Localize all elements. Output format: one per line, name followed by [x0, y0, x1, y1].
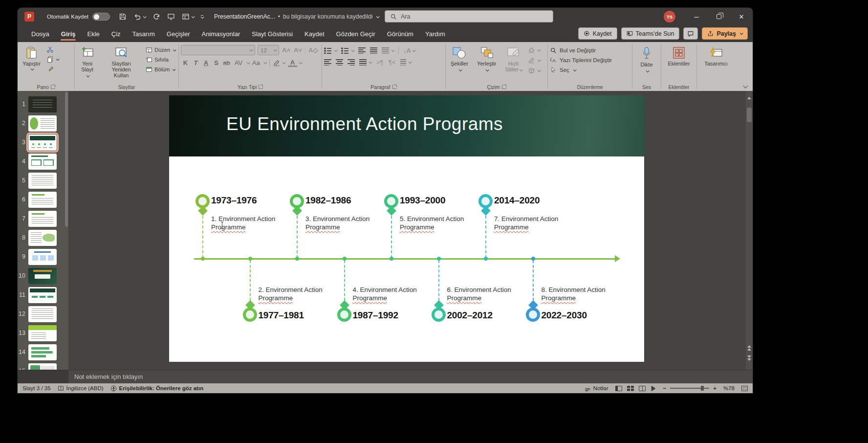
tab-kaydet[interactable]: Kaydet: [300, 27, 329, 41]
timeline-axis[interactable]: [194, 258, 615, 260]
slide-thumbnail-row[interactable]: 2: [18, 115, 68, 132]
slide-thumbnail-row[interactable]: 1: [18, 96, 68, 112]
timeline-year-label[interactable]: 1993–2000: [400, 195, 445, 206]
tab-çiz[interactable]: Çiz: [107, 27, 126, 41]
tab-dosya[interactable]: Dosya: [26, 27, 54, 41]
change-case-button[interactable]: Aa: [250, 59, 262, 66]
normal-view-button[interactable]: [615, 386, 622, 391]
share-button[interactable]: Paylaş: [702, 27, 748, 40]
notes-toggle-button[interactable]: Notlar: [585, 385, 608, 392]
document-title[interactable]: PresentationGreenAc... • bu bilgisayar k…: [214, 13, 379, 20]
shapes-button[interactable]: Şekiller: [448, 45, 471, 74]
tab-yardım[interactable]: Yardım: [420, 27, 450, 41]
bullets-button[interactable]: [324, 47, 337, 54]
thumbnail-preview[interactable]: [28, 211, 57, 227]
tab-gözden-geçir[interactable]: Gözden Geçir: [331, 27, 380, 41]
quick-styles-button[interactable]: Hızlı Stiller: [502, 45, 525, 74]
timeline-year-label[interactable]: 2002–2012: [447, 310, 493, 321]
thumbnail-preview[interactable]: [28, 230, 57, 246]
timeline-dot[interactable]: [343, 257, 347, 261]
timeline-year-label[interactable]: 1987–1992: [353, 310, 398, 321]
slide-thumbnail-row[interactable]: 14: [18, 344, 68, 360]
thumbnail-preview[interactable]: [28, 134, 57, 151]
thumbnail-preview[interactable]: [28, 306, 57, 322]
columns-button[interactable]: [400, 59, 411, 66]
numbering-button[interactable]: [341, 47, 354, 54]
thumbnail-preview[interactable]: [28, 363, 57, 370]
timeline-year-label[interactable]: 1973–1976: [211, 195, 257, 206]
font-size-select[interactable]: 12: [258, 45, 279, 55]
bold-button[interactable]: K: [181, 59, 190, 66]
format-painter-button[interactable]: [46, 66, 54, 73]
timeline-connector[interactable]: [485, 216, 486, 258]
ltr-direction-button[interactable]: >¶: [376, 59, 384, 66]
thumbnail-preview[interactable]: [28, 173, 57, 189]
slideshow-view-button[interactable]: [651, 385, 655, 391]
cut-button[interactable]: [46, 46, 54, 53]
timeline-year-label[interactable]: 1982–1986: [305, 195, 351, 206]
slide-thumbnail-row[interactable]: 15: [18, 363, 68, 370]
window-view-button[interactable]: [182, 13, 194, 21]
slide-thumbnail-row[interactable]: 4: [18, 153, 68, 170]
previous-slide-button[interactable]: [747, 345, 751, 351]
timeline-dot[interactable]: [248, 257, 252, 261]
tab-görünüm[interactable]: Görünüm: [382, 27, 418, 41]
dialog-launcher-icon[interactable]: [502, 85, 506, 89]
scroll-up-icon[interactable]: [747, 97, 751, 99]
timeline-dot[interactable]: [437, 257, 441, 261]
slide-thumbnail-row[interactable]: 7: [18, 210, 68, 227]
timeline-connector[interactable]: [533, 260, 534, 301]
scrollbar-thumb[interactable]: [747, 108, 752, 122]
comments-button[interactable]: [683, 27, 698, 40]
slide-thumbnail-row[interactable]: 3: [18, 134, 68, 151]
timeline-pin[interactable]: [478, 194, 493, 216]
zoom-level[interactable]: %78: [723, 385, 735, 391]
timeline-connector[interactable]: [297, 216, 298, 258]
thumbnail-preview[interactable]: [28, 325, 57, 341]
timeline-connector[interactable]: [438, 260, 439, 301]
timeline-item-text[interactable]: 6. Environment ActionProgramme: [447, 286, 525, 302]
timeline-year-label[interactable]: 2014–2020: [494, 195, 540, 206]
paste-button[interactable]: Yapıştır: [20, 45, 43, 72]
thumbnail-preview[interactable]: [28, 192, 57, 208]
grow-font-button[interactable]: A˄: [282, 46, 291, 54]
justify-button[interactable]: [359, 59, 371, 66]
addins-button[interactable]: Eklentiler: [665, 45, 693, 68]
increase-indent-icon[interactable]: [370, 47, 377, 54]
timeline-dot[interactable]: [201, 257, 205, 261]
text-direction-button[interactable]: ↓A: [403, 47, 415, 54]
timeline-year-label[interactable]: 1977–1981: [259, 310, 304, 321]
timeline-item-text[interactable]: 2. Environment ActionProgramme: [259, 286, 337, 302]
slide-sorter-view-button[interactable]: [627, 386, 634, 391]
minimize-button[interactable]: ─: [685, 8, 708, 25]
zoom-slider[interactable]: [670, 388, 709, 389]
reset-button[interactable]: Sıfırla: [145, 56, 170, 64]
timeline-pin[interactable]: [243, 300, 258, 322]
line-spacing-button[interactable]: [382, 47, 394, 54]
strikethrough-button[interactable]: ab: [222, 59, 231, 66]
clear-formatting-button[interactable]: A◇: [305, 46, 318, 54]
align-center-button[interactable]: [336, 59, 343, 66]
next-slide-button[interactable]: [747, 355, 751, 361]
find-replace-button[interactable]: Bul ve Değiştir: [550, 47, 612, 54]
new-slide-button[interactable]: Yeni Slayt: [77, 45, 98, 80]
thumbnail-preview[interactable]: [28, 96, 57, 112]
tab-giriş[interactable]: Giriş: [56, 27, 81, 41]
text-shadow-button[interactable]: S: [212, 59, 221, 66]
section-button[interactable]: Bölüm: [145, 66, 176, 73]
slide-thumbnail-row[interactable]: 5: [18, 172, 68, 189]
timeline-pin[interactable]: [432, 300, 446, 322]
zoom-out-button[interactable]: −: [663, 385, 667, 391]
restore-button[interactable]: [708, 8, 730, 25]
copy-button[interactable]: [46, 56, 59, 63]
fit-to-window-button[interactable]: [741, 386, 748, 391]
timeline-item-text[interactable]: 8. Environment ActionProgramme: [542, 286, 620, 302]
slide-thumbnail-row[interactable]: 12: [18, 306, 68, 322]
accessibility-status[interactable]: Erişilebilirlik: Önerilere göz atın: [110, 385, 204, 392]
designer-button[interactable]: Tasarımcı: [701, 45, 731, 68]
vertical-scrollbar[interactable]: [746, 91, 753, 370]
align-left-button[interactable]: [324, 59, 331, 66]
present-in-teams-button[interactable]: Teams'de Sun: [621, 27, 680, 40]
customize-qat-button[interactable]: [201, 15, 203, 19]
timeline-pin[interactable]: [337, 300, 352, 322]
